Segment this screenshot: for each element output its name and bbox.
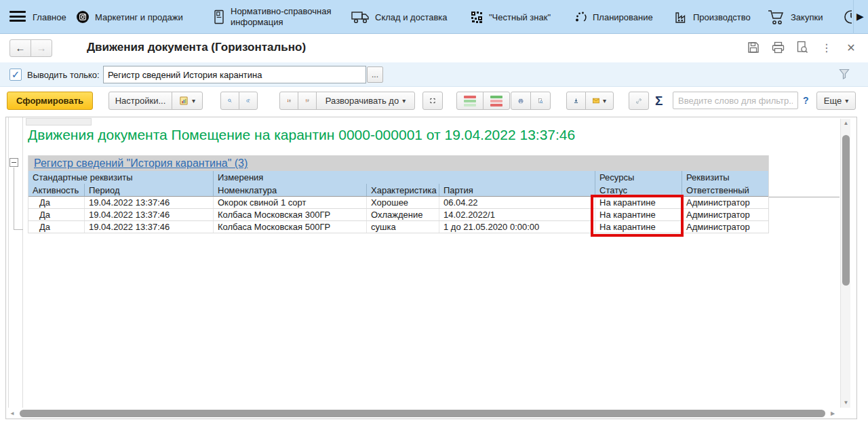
column-header-cell[interactable]: Номенклатура xyxy=(213,184,366,196)
horizontal-scrollbar[interactable]: ◄ ▶ xyxy=(7,408,839,419)
print-preview-button[interactable] xyxy=(530,92,551,110)
column-header-cell[interactable]: Характеристика xyxy=(366,184,439,196)
history-clock-icon[interactable] xyxy=(843,9,852,25)
print-button[interactable] xyxy=(511,92,531,110)
group-header-cell[interactable]: Реквизиты xyxy=(682,171,770,184)
menu-item-purchases[interactable]: Закупки xyxy=(768,0,823,34)
scroll-down-icon[interactable]: ▼ xyxy=(841,398,851,408)
get-link-button[interactable] xyxy=(629,92,649,110)
collapse-group-button[interactable] xyxy=(9,158,18,167)
column-header-cell[interactable]: Активность xyxy=(28,184,84,196)
table-cell[interactable]: Хорошее xyxy=(366,197,439,208)
table-cell[interactable]: Да xyxy=(28,221,84,233)
movements-table: Регистр сведений "История карантина" (3)… xyxy=(28,155,769,233)
menu-overflow-arrow-icon[interactable]: ▶ xyxy=(856,11,864,22)
search-button[interactable] xyxy=(220,92,239,110)
column-header-cell[interactable]: Ответственный xyxy=(682,184,770,196)
column-header-cell[interactable]: Партия xyxy=(439,184,595,196)
vertical-scroll-thumb[interactable] xyxy=(842,135,850,286)
table-row[interactable]: Да19.04.2022 13:37:46Окорок свиной 1 сор… xyxy=(28,197,768,209)
menu-item-main[interactable]: Главное xyxy=(33,0,66,34)
print-icon xyxy=(518,96,524,106)
print-icon[interactable] xyxy=(770,40,785,55)
settings-button[interactable]: Настройки... xyxy=(108,92,172,110)
collapse-groups-button[interactable] xyxy=(298,92,317,110)
column-header-cell[interactable]: Статус xyxy=(595,184,682,196)
table-cell[interactable]: сушка xyxy=(366,221,439,233)
back-button[interactable]: ← xyxy=(9,39,31,57)
table-cell[interactable]: 19.04.2022 13:37:46 xyxy=(84,221,213,233)
report-variants-button[interactable]: ▾ xyxy=(172,92,203,110)
menu-item-marketing[interactable]: Маркетинг и продажи xyxy=(76,0,183,34)
more-menu-icon[interactable]: ⋮ xyxy=(819,40,834,55)
fullscreen-button[interactable] xyxy=(422,92,443,110)
register-link[interactable]: Регистр сведений "История карантина" (3) xyxy=(34,157,248,169)
dropdown-arrow-icon: ▾ xyxy=(192,97,195,104)
scroll-left-icon[interactable]: ◄ xyxy=(7,408,17,419)
scroll-right-icon[interactable]: ▶ xyxy=(828,408,837,419)
table-cell[interactable]: На карантине xyxy=(595,209,682,220)
save-icon[interactable] xyxy=(746,40,761,55)
group-header-cell[interactable]: Ресурсы xyxy=(595,171,682,184)
save-file-button[interactable] xyxy=(566,92,586,110)
table-cell[interactable]: На карантине xyxy=(595,197,682,208)
send-email-button[interactable]: ▾ xyxy=(585,92,614,110)
table-cell[interactable]: На карантине xyxy=(595,221,682,233)
table-cell[interactable]: Да xyxy=(28,197,84,208)
table-cell[interactable]: 1 до 21.05.2020 0:00:00 xyxy=(439,221,595,233)
fullscreen-icon xyxy=(430,96,435,106)
menu-item-planning[interactable]: Планирование xyxy=(574,0,653,34)
table-row[interactable]: Да19.04.2022 13:37:46Колбаса Московская … xyxy=(28,209,768,221)
table-cell[interactable]: Охлаждение xyxy=(366,209,439,220)
group-header-cell[interactable]: Стандартные реквизиты xyxy=(28,171,213,184)
collapse-groups-icon xyxy=(305,96,309,106)
forward-button[interactable]: → xyxy=(31,39,52,57)
table-cell[interactable]: 14.02.2022/1 xyxy=(439,209,595,220)
table-cell[interactable]: Администратор xyxy=(682,221,770,233)
filter-funnel-icon[interactable] xyxy=(838,68,850,83)
table-column-header: Активность Период Номенклатура Характери… xyxy=(28,184,768,197)
conditional-format-button-1[interactable] xyxy=(456,92,484,110)
group-header-cell[interactable]: Измерения xyxy=(213,171,595,184)
scroll-up-icon[interactable]: ▲ xyxy=(841,119,851,128)
conditional-format-button-2[interactable] xyxy=(483,92,510,110)
menu-item-chestny-znak[interactable]: "Честный знак" xyxy=(471,0,551,34)
window-title-bar: ← → Движения документа (Горизонтально) ⋮… xyxy=(0,34,868,62)
link-icon xyxy=(636,96,642,106)
menu-item-warehouse[interactable]: Склад и доставка xyxy=(351,0,448,34)
table-cell[interactable]: Окорок свиной 1 сорт xyxy=(213,197,366,208)
horizontal-scroll-thumb[interactable] xyxy=(20,410,825,417)
quick-filter-input[interactable] xyxy=(673,92,798,109)
report-sheet: Движения документа Помещение на карантин… xyxy=(5,117,857,419)
table-cell[interactable]: Колбаса Московская 500ГР xyxy=(213,221,366,233)
menu-item-reference-info[interactable]: Нормативно-справочная информация xyxy=(213,0,335,34)
sum-sigma-button[interactable]: Σ xyxy=(655,94,663,109)
menu-item-production[interactable]: Производство xyxy=(674,0,751,34)
close-icon[interactable]: ✕ xyxy=(844,40,859,55)
help-button[interactable]: ? xyxy=(803,95,809,106)
column-header-cell[interactable]: Период xyxy=(84,184,213,196)
vertical-scrollbar[interactable]: ▲ ▼ xyxy=(840,119,850,408)
table-cell[interactable]: Администратор xyxy=(682,197,770,208)
preview-icon[interactable] xyxy=(795,40,810,55)
table-row[interactable]: Да19.04.2022 13:37:46Колбаса Московская … xyxy=(28,221,768,233)
table-cell[interactable]: 19.04.2022 13:37:46 xyxy=(84,197,213,208)
table-cell[interactable]: Администратор xyxy=(682,209,770,220)
group-margin-line xyxy=(8,117,9,408)
search-next-icon xyxy=(246,96,250,106)
register-filter-input[interactable] xyxy=(103,66,366,83)
table-cell[interactable]: 19.04.2022 13:37:46 xyxy=(84,209,213,220)
table-cell[interactable]: Колбаса Московская 300ГР xyxy=(213,209,366,220)
hamburger-menu-icon[interactable] xyxy=(9,11,26,23)
expand-groups-button[interactable] xyxy=(279,92,298,110)
search-next-button[interactable] xyxy=(239,92,258,110)
expand-to-dropdown[interactable]: Разворачивать до ▾ xyxy=(316,92,415,110)
output-only-checkbox[interactable]: ✓ xyxy=(9,69,22,81)
page-title: Движения документа (Горизонтально) xyxy=(87,41,306,54)
table-cell[interactable]: Да xyxy=(28,209,84,220)
register-picker-button[interactable]: ... xyxy=(367,66,383,83)
generate-button[interactable]: Сформировать xyxy=(7,92,93,110)
table-cell[interactable]: 06.04.22 xyxy=(439,197,595,208)
marketing-icon xyxy=(76,10,90,24)
more-button[interactable]: Еще ▾ xyxy=(816,92,856,110)
